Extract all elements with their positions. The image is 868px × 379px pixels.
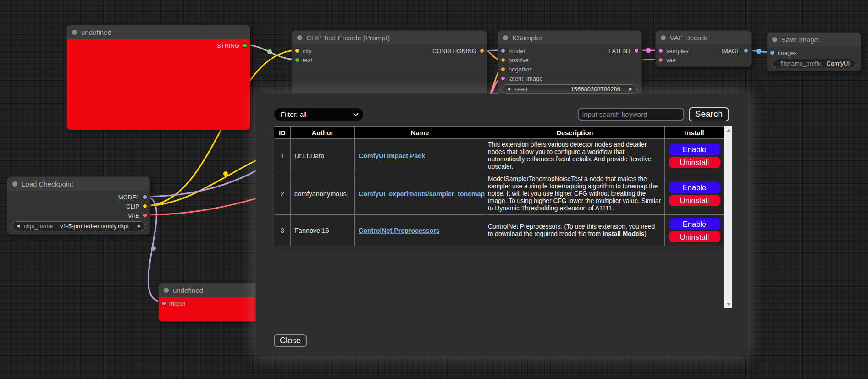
extension-link[interactable]: ComfyUI Impact Pack: [359, 152, 425, 159]
output-slot-IMAGE[interactable]: [744, 49, 748, 53]
node-undefined-top[interactable]: undefinedSTRING: [66, 25, 250, 130]
output-slot-VAE[interactable]: [143, 213, 147, 218]
extension-table: IDAuthorNameDescriptionInstall 1Dr.Lt.Da…: [274, 126, 724, 246]
cell-name: ControlNet Preprocessors: [355, 215, 485, 246]
table-row: 1Dr.Lt.DataComfyUI Impact PackThis exten…: [274, 139, 724, 173]
widget-prev-arrow-icon[interactable]: ◀: [17, 224, 20, 228]
uninstall-button[interactable]: Uninstall: [669, 231, 720, 242]
table-scrollbar[interactable]: [724, 126, 732, 308]
scroll-down-icon[interactable]: [727, 303, 730, 306]
uninstall-button[interactable]: Uninstall: [669, 157, 720, 168]
node-title: KSampler: [512, 34, 542, 42]
cell-description: This extension offers various detector n…: [485, 139, 665, 173]
extension-table-scroll-area: IDAuthorNameDescriptionInstall 1Dr.Lt.Da…: [274, 126, 732, 308]
node-save-image[interactable]: Save Imageimagesfilename_prefixComfyUI: [767, 32, 861, 71]
cell-id: 1: [274, 139, 291, 173]
output-slot-label: CLIP: [126, 203, 139, 210]
node-collapse-dot-icon[interactable]: [772, 37, 777, 42]
widget-label: seed: [514, 86, 527, 93]
output-slot-STRING[interactable]: [243, 43, 247, 48]
enable-button[interactable]: Enable: [669, 218, 720, 230]
node-title: CLIP Text Encode (Prompt): [306, 34, 390, 42]
node-undefined-bottom[interactable]: undefinedmodel: [158, 283, 265, 322]
node-collapse-dot-icon[interactable]: [661, 35, 666, 40]
cell-id: 3: [274, 215, 291, 246]
input-slot-label: images: [778, 49, 797, 56]
widget-value: 156680208700286: [571, 86, 620, 93]
input-slot-positive[interactable]: [501, 58, 505, 62]
output-slot-MODEL[interactable]: [143, 195, 147, 199]
output-slot-label: CONDITIONING: [432, 48, 476, 55]
input-slot-vae[interactable]: [658, 58, 663, 62]
output-slot-CONDITIONING[interactable]: [480, 49, 484, 53]
node-collapse-dot-icon[interactable]: [72, 30, 77, 35]
input-slot-label: samples: [666, 48, 688, 55]
widget-label: filename_prefix: [780, 60, 821, 67]
input-slot-label: model: [169, 300, 185, 307]
node-title-bar[interactable]: CLIP Text Encode (Prompt): [292, 31, 487, 44]
uninstall-button[interactable]: Uninstall: [669, 195, 720, 206]
node-body: samplesIMAGEvae: [656, 44, 751, 66]
extension-link[interactable]: ComfyUI_experiments/sampler_tonemap: [359, 190, 485, 198]
search-group: Search: [578, 107, 729, 121]
node-body: STRING: [67, 39, 250, 130]
input-slot-model[interactable]: [501, 49, 505, 53]
node-collapse-dot-icon[interactable]: [503, 35, 508, 40]
output-slot-label: STRING: [217, 42, 239, 49]
output-slot-label: MODEL: [118, 194, 139, 201]
description-text: ModelSamplerTonemapNoiseTest a node that…: [488, 176, 661, 212]
close-button[interactable]: Close: [274, 334, 307, 347]
node-collapse-dot-icon[interactable]: [297, 35, 302, 40]
node-title-bar[interactable]: VAE Decode: [656, 31, 751, 44]
input-slot-images[interactable]: [770, 50, 774, 55]
input-slot-model[interactable]: [161, 301, 166, 306]
table-row: 2comfyanonymousComfyUI_experiments/sampl…: [274, 173, 724, 215]
input-slot-negative[interactable]: [501, 67, 505, 71]
search-input[interactable]: [578, 108, 684, 121]
cell-install: EnableUninstall: [665, 139, 724, 173]
node-load-checkpoint[interactable]: Load CheckpointMODELCLIPVAE◀ckpt_namev1-…: [7, 176, 150, 235]
output-slot-label: LATENT: [608, 48, 631, 55]
node-collapse-dot-icon[interactable]: [164, 288, 169, 293]
scroll-up-icon[interactable]: [727, 129, 730, 132]
node-body: MODELCLIPVAE◀ckpt_namev1-5-pruned-emaonl…: [7, 191, 150, 234]
node-title-bar[interactable]: KSampler: [498, 31, 641, 44]
output-slot-CLIP[interactable]: [143, 204, 147, 209]
cell-author: Fannovel16: [291, 215, 355, 246]
column-header: Description: [485, 127, 665, 139]
input-slot-text[interactable]: [295, 58, 299, 62]
node-title-bar[interactable]: Load Checkpoint: [7, 177, 150, 191]
filter-select[interactable]: Filter: all: [274, 108, 364, 121]
node-body: imagesfilename_prefixComfyUI: [767, 46, 861, 71]
widget-filename_prefix[interactable]: filename_prefixComfyUI: [772, 59, 856, 68]
node-body: model: [159, 297, 264, 321]
input-slot-label: model: [509, 48, 525, 55]
output-slot-LATENT[interactable]: [634, 49, 639, 53]
extension-link[interactable]: ControlNet Preprocessors: [359, 227, 440, 234]
widget-next-arrow-icon[interactable]: ▶: [138, 224, 141, 228]
node-vae-decode[interactable]: VAE DecodesamplesIMAGEvae: [655, 30, 752, 67]
input-slot-label: latent_image: [509, 75, 542, 82]
widget-ckpt_name[interactable]: ◀ckpt_namev1-5-pruned-emaonly.ckpt▶: [12, 221, 145, 231]
widget-prev-arrow-icon[interactable]: ◀: [507, 87, 510, 91]
input-slot-samples[interactable]: [658, 49, 663, 53]
search-button[interactable]: Search: [689, 107, 729, 121]
description-text: This extension offers various detector n…: [488, 141, 652, 170]
enable-button[interactable]: Enable: [669, 182, 720, 193]
node-title-bar[interactable]: undefined: [159, 283, 264, 297]
table-header-row: IDAuthorNameDescriptionInstall: [274, 127, 724, 139]
input-slot-clip[interactable]: [295, 49, 299, 53]
enable-button[interactable]: Enable: [669, 144, 720, 155]
input-slot-latent_image[interactable]: [501, 76, 505, 81]
node-title: undefined: [81, 28, 111, 36]
widget-seed[interactable]: ◀seed156680208700286▶: [503, 84, 637, 94]
node-title-bar[interactable]: undefined: [67, 25, 250, 39]
dialog-toolbar: Filter: all Search: [274, 107, 729, 121]
input-slot-label: vae: [666, 57, 676, 64]
filter-select-wrap: Filter: all: [274, 108, 364, 121]
output-slot-label: IMAGE: [721, 48, 741, 55]
node-collapse-dot-icon[interactable]: [12, 181, 17, 187]
node-title-bar[interactable]: Save Image: [767, 33, 861, 46]
input-slot-label: text: [303, 57, 312, 64]
widget-next-arrow-icon[interactable]: ▶: [629, 87, 632, 91]
